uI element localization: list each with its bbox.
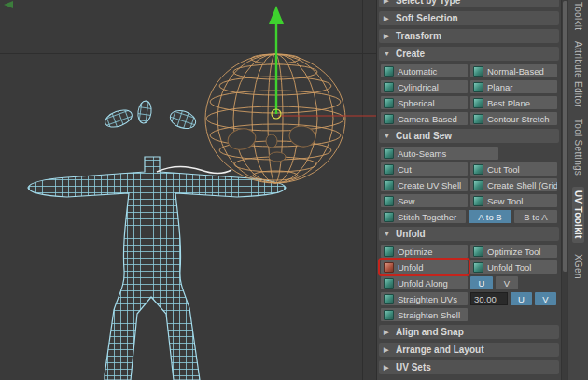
normal-based-button[interactable]: Normal-Based [470,64,557,77]
cylindrical-icon [384,82,394,92]
cylindrical-button[interactable]: Cylindrical [381,80,468,93]
unfold-section-body: Optimize Optimize Tool Unfold Unfold Too… [381,245,557,321]
optimize-icon [384,246,394,257]
straighten-v-button[interactable]: V [535,292,556,305]
button-label: Spherical [398,98,435,108]
camera-based-button[interactable]: Camera-Based [381,112,468,125]
chevron-right-icon: ▶ [384,15,391,22]
section-label: UV Sets [396,362,431,373]
button-label: Automatic [398,66,437,77]
best-plane-button[interactable]: Best Plane [470,96,557,109]
unfold-tool-icon [473,262,483,273]
create-uv-shell-button[interactable]: Create UV Shell [381,178,468,191]
camera-based-icon [384,114,394,124]
normal-based-icon [473,66,483,77]
button-label: Camera-Based [398,114,457,124]
straighten-u-button[interactable]: U [511,292,532,305]
create-shell-grid-button[interactable]: Create Shell (Grid) [470,178,557,191]
button-label: Optimize [398,246,432,257]
automatic-icon [384,66,394,77]
button-label: Straighten Shell [398,310,460,320]
tab-xgen[interactable]: XGen [573,254,583,279]
cut-icon [384,164,394,175]
section-label: Create [396,49,425,59]
optimize-tool-button[interactable]: Optimize Tool [470,245,557,258]
spherical-button[interactable]: Spherical [381,96,468,109]
section-header-soft-selection[interactable]: ▶ Soft Selection [379,11,559,25]
tab-uv-toolkit[interactable]: UV Toolkit [572,187,584,243]
tab-modeling-toolkit[interactable]: Modeling Toolkit [573,0,583,30]
planar-icon [473,82,483,92]
unfold-button[interactable]: Unfold [381,260,468,274]
button-label: V [504,278,510,289]
button-label: Sew [398,196,414,206]
unfold-tool-button[interactable]: Unfold Tool [470,260,557,274]
straighten-shell-icon [384,310,394,320]
unfold-along-u-button[interactable]: U [470,276,493,289]
section-label: Transform [396,31,441,41]
chevron-right-icon: ▶ [384,0,391,5]
chevron-right-icon: ▶ [384,346,391,354]
button-label: Create UV Shell [398,180,461,190]
auto-seams-button[interactable]: Auto-Seams [381,147,498,160]
straighten-uvs-icon [384,294,394,304]
section-label: Align and Snap [396,327,464,337]
contour-stretch-button[interactable]: Contour Stretch [470,112,557,125]
viewport-canvas [0,0,376,380]
section-label: Select by Type [396,0,460,6]
chevron-right-icon: ▶ [384,364,391,372]
auto-seams-icon [384,148,394,159]
best-plane-icon [473,98,483,108]
a-to-b-button[interactable]: A to B [469,210,511,223]
button-label: Unfold Tool [487,262,531,273]
cut-tool-icon [473,164,483,175]
button-label: Best Plane [487,98,530,108]
section-label: Soft Selection [396,13,458,23]
section-header-unfold[interactable]: ▼ Unfold [379,227,559,241]
straighten-angle-field[interactable] [470,292,508,305]
planar-button[interactable]: Planar [470,80,557,93]
tab-attribute-editor[interactable]: Attribute Editor [573,41,583,107]
section-header-create[interactable]: ▼ Create [379,47,559,61]
cut-tool-button[interactable]: Cut Tool [470,162,557,176]
cut-button[interactable]: Cut [381,162,468,176]
optimize-button[interactable]: Optimize [381,245,468,258]
chevron-right-icon: ▶ [384,33,391,40]
button-label: Cut [398,164,412,175]
button-label: Cylindrical [398,82,439,92]
contour-stretch-icon [473,114,483,124]
section-header-align-and-snap[interactable]: ▶ Align and Snap [379,325,559,339]
section-header-uv-sets[interactable]: ▶ UV Sets [379,360,559,374]
create-uv-shell-icon [384,180,394,190]
panel-scrollbar[interactable] [561,0,567,380]
chevron-down-icon: ▼ [384,231,391,237]
unfold-along-button[interactable]: Unfold Along [381,276,468,289]
viewport-3d[interactable] [0,0,376,380]
chevron-right-icon: ▶ [384,329,391,336]
button-label: Stitch Together [398,212,456,222]
stitch-together-icon [384,212,394,222]
stitch-together-button[interactable]: Stitch Together [381,210,466,223]
b-to-a-button[interactable]: B to A [514,210,557,223]
straighten-shell-button[interactable]: Straighten Shell [381,308,468,321]
section-header-select-by-type[interactable]: ▶ Select by Type [379,0,559,7]
section-header-transform[interactable]: ▶ Transform [379,29,559,43]
sew-button[interactable]: Sew [381,194,468,207]
chevron-down-icon: ▼ [384,133,391,139]
unfold-icon [384,262,394,273]
button-label: V [542,294,548,304]
unfold-along-v-button[interactable]: V [496,276,518,289]
spherical-icon [384,98,394,108]
tab-tool-settings[interactable]: Tool Settings [573,119,583,176]
sew-tool-icon [473,196,483,206]
button-label: Unfold Along [398,278,448,289]
section-header-arrange-and-layout[interactable]: ▶ Arrange and Layout [379,343,559,357]
sew-tool-button[interactable]: Sew Tool [470,194,557,207]
section-label: Cut and Sew [396,131,452,141]
button-label: Cut Tool [487,164,520,175]
button-label: U [479,278,485,289]
straighten-uvs-button[interactable]: Straighten UVs [381,292,468,305]
automatic-button[interactable]: Automatic [381,64,468,77]
button-label: Straighten UVs [398,294,457,304]
section-header-cut-and-sew[interactable]: ▼ Cut and Sew [379,129,559,143]
